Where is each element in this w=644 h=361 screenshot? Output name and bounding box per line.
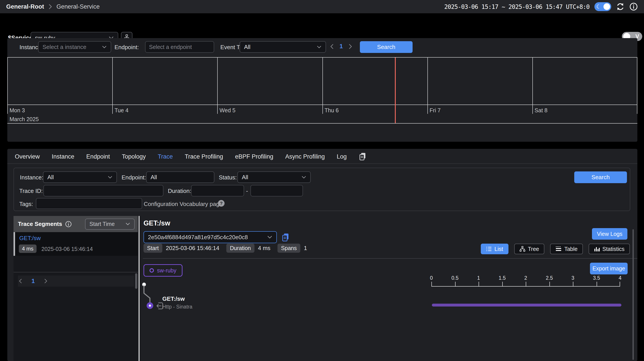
copy-trace-id-icon[interactable]	[282, 233, 290, 242]
duration-min-input[interactable]	[191, 185, 244, 196]
axis-tick	[596, 282, 597, 286]
refresh-icon[interactable]	[616, 2, 624, 11]
legend-service-label: sw-ruby	[157, 267, 176, 274]
segments-info-icon[interactable]	[65, 221, 72, 228]
selected-indicator	[14, 232, 15, 256]
prev-page-icon[interactable]	[330, 44, 334, 50]
tabs-divider	[7, 164, 637, 164]
breadcrumb-root[interactable]: General-Root	[6, 3, 44, 10]
spans-value: 1	[304, 245, 307, 252]
panel-splitter[interactable]	[139, 216, 140, 361]
view-table-label: Table	[564, 246, 578, 252]
view-list-label: List	[494, 246, 503, 252]
span-duration-bar[interactable]	[432, 304, 622, 306]
calendar-divider	[7, 104, 637, 105]
chevron-down-icon	[125, 222, 130, 226]
next-page-icon[interactable]	[348, 44, 352, 50]
tab-ebpf-profiling[interactable]: eBPF Profiling	[235, 153, 273, 160]
axis-tick	[478, 282, 479, 286]
duration-value: 4 ms	[258, 245, 270, 252]
event-pager: 1	[330, 43, 352, 50]
table-icon	[556, 246, 562, 252]
tab-topology[interactable]: Topology	[122, 153, 146, 160]
tab-bar: Overview Instance Endpoint Topology Trac…	[15, 152, 367, 161]
tab-overview[interactable]: Overview	[15, 153, 40, 160]
trace-id-value: 2e50a4f6884d497a81e97d5c4c20e0c8	[148, 234, 248, 241]
view-tree-button[interactable]: Tree	[514, 244, 544, 254]
segments-divider	[14, 272, 138, 272]
trace-id-select[interactable]: 2e50a4f6884d497a81e97d5c4c20e0c8	[144, 231, 277, 243]
export-image-button[interactable]: Export image	[590, 263, 628, 274]
duration-badge: Duration	[226, 244, 254, 253]
trace-search-button[interactable]: Search	[574, 172, 627, 183]
span-endpoint-name[interactable]: GET:/sw	[162, 296, 185, 302]
view-statistics-button[interactable]: Statistics	[589, 244, 630, 254]
tab-trace-profiling[interactable]: Trace Profiling	[185, 153, 223, 160]
tags-label: Tags:	[19, 201, 33, 208]
filter-instance-select[interactable]: All	[43, 172, 117, 183]
axis-tick-label: 1	[477, 275, 480, 281]
day-gridline	[322, 58, 323, 114]
chevron-down-icon	[102, 46, 107, 49]
span-component-label: Http - Sinatra	[162, 304, 192, 310]
segments-pager: 1	[18, 276, 134, 286]
tab-instance[interactable]: Instance	[52, 153, 74, 160]
main-panel: Overview Instance Endpoint Topology Trac…	[7, 149, 637, 361]
event-type-select[interactable]: All	[240, 41, 326, 53]
segments-sort-select[interactable]: Start Time	[85, 218, 135, 230]
breadcrumb-chevron-icon	[48, 4, 52, 10]
tab-endpoint[interactable]: Endpoint	[86, 153, 110, 160]
view-list-button[interactable]: List	[481, 244, 508, 254]
month-label: March 2025	[10, 116, 39, 122]
filter-endpoint-value: All	[150, 174, 157, 181]
trace-segment-item[interactable]: GET:/sw 4 ms 2025-03-06 15:46:14	[14, 232, 138, 256]
segment-duration-badge: 4 ms	[19, 244, 36, 253]
filter-status-value: All	[242, 174, 248, 181]
trace-filter-card: Instance: All Endpoint: All Status: All …	[14, 168, 630, 211]
axis-tick	[502, 282, 503, 286]
view-table-button[interactable]: Table	[550, 244, 583, 254]
legend-ring-icon	[150, 268, 154, 273]
page-number[interactable]: 1	[340, 43, 343, 50]
segments-scrollbar-thumb[interactable]	[135, 273, 137, 289]
event-instance-placeholder: Select a instance	[42, 44, 86, 50]
copy-dashboard-icon[interactable]	[359, 152, 367, 161]
tab-log[interactable]: Log	[337, 153, 347, 160]
tags-input[interactable]	[36, 198, 142, 209]
event-endpoint-input[interactable]	[145, 41, 214, 53]
page-number[interactable]: 1	[32, 278, 35, 284]
duration-separator: -	[246, 188, 248, 194]
service-bar: $Service sw-ruby V	[0, 13, 644, 38]
breadcrumb-current[interactable]: General-Service	[56, 3, 100, 10]
filter-endpoint-label: Endpoint:	[122, 174, 146, 181]
legend-service-chip[interactable]: sw-ruby	[144, 264, 182, 276]
filter-status-select[interactable]: All	[238, 172, 311, 183]
events-calendar-timeline[interactable]: Mon 3 Tue 4 Wed 5 Thu 6 Fri 7 Sat 8 Marc…	[7, 57, 637, 124]
duration-max-input[interactable]	[250, 185, 303, 196]
next-page-icon[interactable]	[44, 278, 48, 284]
axis-tick	[432, 282, 432, 286]
help-icon[interactable]: ?	[218, 200, 225, 207]
filter-endpoint-input[interactable]: All	[146, 172, 214, 183]
theme-toggle[interactable]: ☾	[594, 2, 611, 11]
span-node[interactable]	[146, 302, 153, 309]
detail-scrollbar-thumb[interactable]	[632, 229, 634, 360]
segment-endpoint-link[interactable]: GET:/sw	[19, 235, 41, 242]
filter-status-label: Status:	[219, 174, 237, 181]
view-logs-button[interactable]: View Logs	[592, 228, 628, 240]
tab-async-profiling[interactable]: Async Profiling	[285, 153, 325, 160]
trace-id-input[interactable]	[44, 185, 164, 196]
vocabulary-link[interactable]: Configuration Vocabulary page	[144, 201, 222, 208]
info-icon[interactable]	[630, 2, 638, 11]
prev-page-icon[interactable]	[19, 278, 22, 284]
day-gridline	[7, 58, 8, 114]
tree-icon	[520, 246, 525, 252]
event-instance-select[interactable]: Select a instance	[38, 41, 111, 53]
day-label: Mon 3	[10, 107, 25, 114]
tab-trace[interactable]: Trace	[158, 153, 173, 160]
segments-sort-value: Start Time	[90, 221, 115, 227]
event-search-button[interactable]: Search	[360, 41, 412, 53]
duration-label: Duration:	[168, 188, 191, 194]
segments-list-empty-area	[14, 288, 133, 361]
time-range-picker[interactable]: 2025-03-06 15:17 ~ 2025-03-06 15:47 UTC+…	[444, 3, 590, 10]
